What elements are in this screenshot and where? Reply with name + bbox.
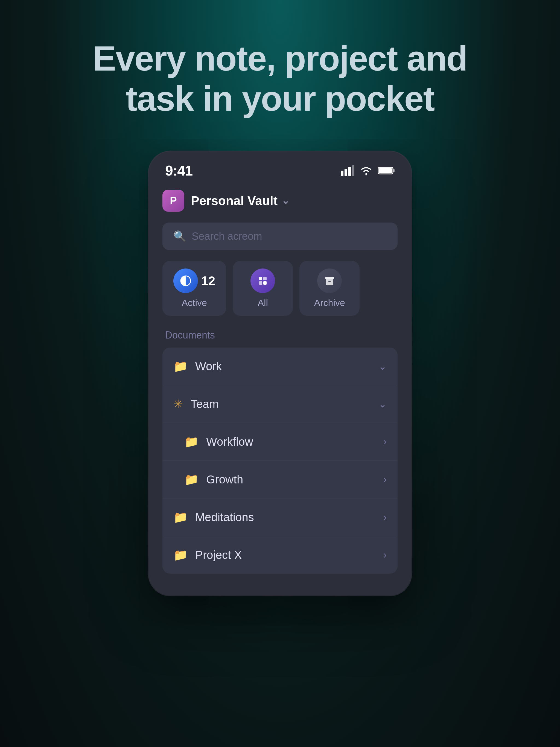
doc-name-meditations: Meditations bbox=[195, 511, 376, 524]
status-time: 9:41 bbox=[165, 162, 193, 179]
filter-tabs: 12 Active All bbox=[149, 261, 411, 316]
chevron-right-icon: › bbox=[383, 474, 387, 485]
doc-name-project-x: Project X bbox=[195, 548, 376, 562]
folder-icon: 📁 bbox=[173, 360, 187, 373]
svg-rect-11 bbox=[263, 281, 266, 285]
list-item[interactable]: 📁 Workflow › bbox=[162, 423, 398, 461]
vault-avatar: P bbox=[162, 190, 184, 212]
tab-archive[interactable]: Archive bbox=[299, 261, 360, 316]
list-item[interactable]: ✳ Team ⌄ bbox=[162, 385, 398, 423]
archive-label: Archive bbox=[314, 298, 345, 308]
hero-title: Every note, project and task in your poc… bbox=[75, 38, 485, 119]
svg-rect-13 bbox=[328, 281, 331, 282]
search-icon: 🔍 bbox=[173, 230, 186, 242]
vault-dropdown-icon[interactable]: ⌄ bbox=[281, 195, 289, 206]
list-item[interactable]: 📁 Project X › bbox=[162, 536, 398, 574]
search-bar[interactable]: 🔍 Search acreom bbox=[162, 223, 398, 250]
team-icon: ✳ bbox=[173, 397, 183, 411]
tab-all[interactable]: All bbox=[233, 261, 293, 316]
signal-icon bbox=[340, 165, 354, 176]
svg-rect-2 bbox=[348, 167, 351, 176]
svg-rect-3 bbox=[352, 165, 354, 176]
active-count: 12 bbox=[201, 274, 215, 288]
status-bar: 9:41 bbox=[149, 152, 411, 184]
chevron-down-icon: ⌄ bbox=[378, 398, 387, 410]
chevron-right-icon: › bbox=[383, 436, 387, 447]
chevron-down-icon: ⌄ bbox=[378, 361, 387, 372]
chevron-right-icon: › bbox=[383, 512, 387, 523]
doc-name-workflow: Workflow bbox=[206, 435, 376, 448]
status-icons bbox=[340, 165, 395, 176]
archive-icon bbox=[317, 268, 342, 293]
documents-label: Documents bbox=[162, 330, 398, 341]
vault-header[interactable]: P Personal Vault ⌄ bbox=[149, 184, 411, 220]
active-label: Active bbox=[182, 298, 207, 308]
vault-initial: P bbox=[170, 195, 177, 207]
all-icon bbox=[251, 268, 275, 293]
chevron-right-icon: › bbox=[383, 549, 387, 561]
doc-name-work: Work bbox=[195, 360, 371, 373]
list-item[interactable]: 📁 Growth › bbox=[162, 461, 398, 498]
tab-active[interactable]: 12 Active bbox=[162, 261, 226, 316]
bottom-spacer bbox=[149, 574, 411, 595]
active-icon bbox=[173, 268, 198, 293]
wifi-icon bbox=[359, 165, 373, 176]
folder-icon: 📁 bbox=[173, 548, 187, 562]
svg-rect-0 bbox=[341, 171, 343, 176]
svg-rect-9 bbox=[263, 277, 266, 280]
all-label: All bbox=[258, 298, 268, 308]
list-item[interactable]: 📁 Meditations › bbox=[162, 498, 398, 536]
svg-rect-10 bbox=[259, 281, 262, 285]
svg-rect-1 bbox=[345, 169, 347, 176]
battery-icon bbox=[378, 166, 395, 175]
documents-section: Documents 📁 Work ⌄ ✳ Team ⌄ 📁 Workf bbox=[149, 330, 411, 574]
folder-icon: 📁 bbox=[184, 473, 199, 486]
folder-icon: 📁 bbox=[173, 511, 187, 524]
search-placeholder: Search acreom bbox=[192, 231, 262, 242]
svg-rect-6 bbox=[379, 168, 392, 173]
folder-icon: 📁 bbox=[184, 435, 199, 448]
vault-name: Personal Vault ⌄ bbox=[191, 193, 289, 208]
doc-name-team: Team bbox=[190, 397, 371, 411]
phone-mockup: 9:41 bbox=[149, 152, 411, 595]
doc-name-growth: Growth bbox=[206, 473, 376, 486]
phone-frame: 9:41 bbox=[149, 152, 411, 595]
svg-rect-5 bbox=[393, 169, 394, 172]
svg-rect-8 bbox=[259, 277, 262, 280]
svg-rect-12 bbox=[325, 277, 334, 279]
list-item[interactable]: 📁 Work ⌄ bbox=[162, 347, 398, 385]
document-list: 📁 Work ⌄ ✳ Team ⌄ 📁 Workflow › bbox=[162, 347, 398, 574]
